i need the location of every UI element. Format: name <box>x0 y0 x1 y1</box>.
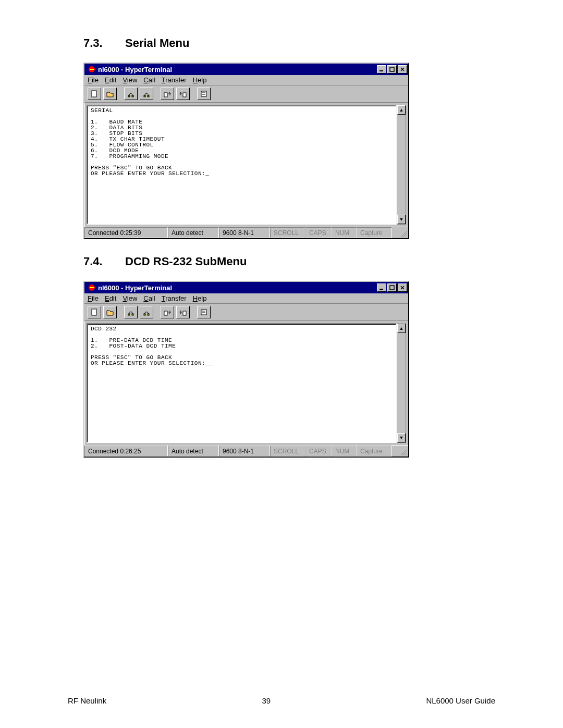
heading-title: DCD RS-232 SubMenu <box>125 255 247 268</box>
menubar: File Edit View Call Transfer Help <box>84 75 408 85</box>
menu-file[interactable]: File <box>88 294 99 302</box>
properties-icon[interactable] <box>197 88 211 100</box>
svg-rect-12 <box>183 93 186 97</box>
terminal-output[interactable]: DCD 232 1. PRE-DATA DCD TIME 2. POST-DAT… <box>87 323 397 443</box>
svg-rect-2 <box>380 70 383 71</box>
svg-rect-21 <box>380 289 383 290</box>
minimize-button[interactable] <box>377 283 386 292</box>
svg-rect-1 <box>90 69 94 70</box>
minimize-button[interactable] <box>377 65 386 73</box>
menu-transfer[interactable]: Transfer <box>162 76 187 84</box>
scrollbar[interactable]: ▲ ▼ <box>397 323 406 443</box>
svg-rect-11 <box>164 93 167 97</box>
svg-rect-6 <box>92 91 96 97</box>
send-icon[interactable] <box>161 306 174 318</box>
status-connected: Connected 0:26:25 <box>84 446 168 456</box>
window-title: nl6000 - HyperTerminal <box>98 284 377 292</box>
menu-file[interactable]: File <box>88 76 99 84</box>
svg-rect-31 <box>183 311 186 315</box>
svg-rect-27 <box>132 314 133 315</box>
svg-line-37 <box>406 454 407 455</box>
hyperterminal-window-2: nl6000 - HyperTerminal File Edit View Ca… <box>83 281 409 458</box>
close-button[interactable] <box>398 283 407 292</box>
svg-rect-30 <box>164 311 167 315</box>
svg-rect-32 <box>201 310 206 315</box>
new-icon[interactable] <box>88 306 101 318</box>
toolbar <box>84 85 408 103</box>
open-icon[interactable] <box>103 88 117 100</box>
heading-title: Serial Menu <box>125 36 189 50</box>
footer-left: RF Neulink <box>68 696 106 705</box>
app-icon <box>88 65 96 73</box>
menu-edit[interactable]: Edit <box>105 76 116 84</box>
disconnect-icon[interactable] <box>140 88 153 100</box>
svg-rect-28 <box>144 314 145 315</box>
status-autodetect: Auto detect <box>168 446 219 456</box>
window-title: nl6000 - HyperTerminal <box>98 66 377 73</box>
send-icon[interactable] <box>161 88 174 100</box>
status-scroll: SCROLL <box>270 446 305 456</box>
statusbar: Connected 0:26:25 Auto detect 9600 8-N-1… <box>84 445 408 456</box>
status-capture: Capture <box>357 227 392 238</box>
svg-rect-29 <box>148 314 149 315</box>
menu-call[interactable]: Call <box>143 294 155 302</box>
maximize-button[interactable] <box>387 65 397 73</box>
status-capture: Capture <box>357 446 392 456</box>
svg-rect-26 <box>128 314 130 315</box>
connect-icon[interactable] <box>124 306 138 318</box>
open-icon[interactable] <box>103 306 117 318</box>
scroll-up-icon[interactable]: ▲ <box>397 105 406 115</box>
heading-num: 7.4. <box>83 255 125 268</box>
heading-7-4: 7.4. DCD RS-232 SubMenu <box>83 255 495 268</box>
titlebar[interactable]: nl6000 - HyperTerminal <box>84 64 408 75</box>
status-params: 9600 8-N-1 <box>219 446 270 456</box>
status-scroll: SCROLL <box>270 227 305 238</box>
titlebar[interactable]: nl6000 - HyperTerminal <box>84 282 408 293</box>
svg-rect-20 <box>90 287 94 288</box>
svg-rect-13 <box>201 91 206 96</box>
maximize-button[interactable] <box>387 283 397 292</box>
svg-rect-7 <box>128 95 130 97</box>
footer-right: NL6000 User Guide <box>426 696 495 705</box>
receive-icon[interactable] <box>176 306 190 318</box>
heading-7-3: 7.3. Serial Menu <box>83 36 495 50</box>
resize-grip-icon[interactable] <box>392 227 408 238</box>
statusbar: Connected 0:25:39 Auto detect 9600 8-N-1… <box>84 227 408 238</box>
status-num: NUM <box>332 227 357 238</box>
menu-help[interactable]: Help <box>193 76 207 84</box>
menu-help[interactable]: Help <box>193 294 207 302</box>
hyperterminal-window-1: nl6000 - HyperTerminal File Edit View Ca… <box>83 63 409 239</box>
receive-icon[interactable] <box>176 88 190 100</box>
app-icon <box>88 283 96 292</box>
menu-view[interactable]: View <box>123 76 137 84</box>
menu-call[interactable]: Call <box>143 76 155 84</box>
menu-view[interactable]: View <box>123 294 137 302</box>
svg-rect-25 <box>92 309 96 315</box>
menu-transfer[interactable]: Transfer <box>162 294 187 302</box>
menubar: File Edit View Call Transfer Help <box>84 293 408 304</box>
svg-rect-3 <box>390 67 394 71</box>
status-caps: CAPS <box>305 227 332 238</box>
scrollbar[interactable]: ▲ ▼ <box>397 105 406 225</box>
status-connected: Connected 0:25:39 <box>84 227 168 238</box>
scroll-down-icon[interactable]: ▼ <box>397 215 406 224</box>
terminal-output[interactable]: SERIAL 1. BAUD RATE 2. DATA BITS 3. STOP… <box>87 105 397 225</box>
svg-rect-8 <box>132 95 133 97</box>
svg-rect-10 <box>148 95 149 97</box>
scroll-up-icon[interactable]: ▲ <box>397 324 406 333</box>
scroll-down-icon[interactable]: ▼ <box>397 433 406 442</box>
svg-line-18 <box>406 236 407 237</box>
status-params: 9600 8-N-1 <box>219 227 270 238</box>
menu-edit[interactable]: Edit <box>105 294 116 302</box>
toolbar <box>84 304 408 321</box>
page-footer: RF Neulink 39 NL6000 User Guide <box>68 696 495 705</box>
svg-rect-22 <box>390 286 394 290</box>
close-button[interactable] <box>398 65 407 73</box>
connect-icon[interactable] <box>124 88 138 100</box>
status-autodetect: Auto detect <box>168 227 219 238</box>
resize-grip-icon[interactable] <box>392 446 408 456</box>
disconnect-icon[interactable] <box>140 306 153 318</box>
properties-icon[interactable] <box>197 306 211 318</box>
status-caps: CAPS <box>305 446 332 456</box>
new-icon[interactable] <box>88 88 101 100</box>
